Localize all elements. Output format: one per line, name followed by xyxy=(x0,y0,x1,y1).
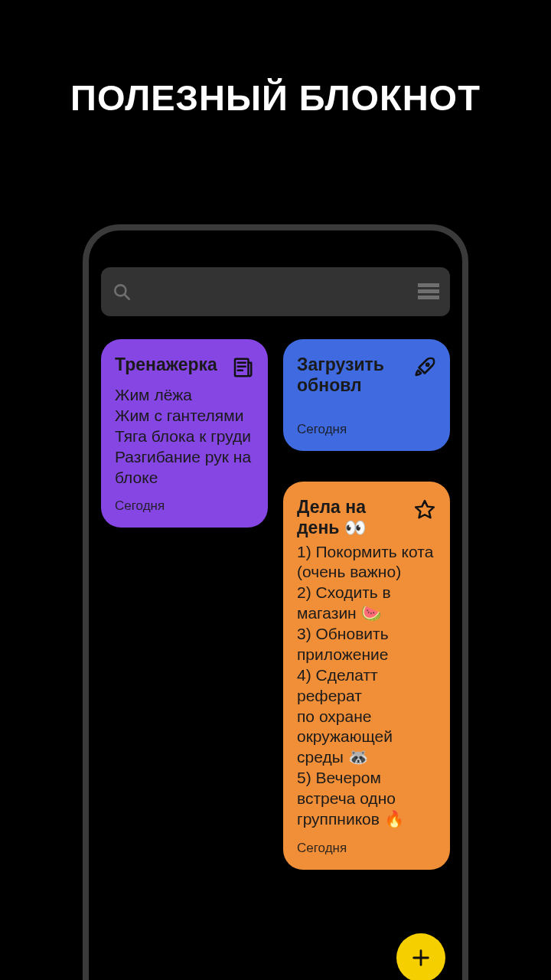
note-card-todo[interactable]: Дела на день 👀 1) Покормить кота (очень … xyxy=(283,482,450,870)
note-card-update[interactable]: Загрузить обновл Сегодня xyxy=(283,339,450,451)
svg-line-1 xyxy=(125,295,129,299)
menu-icon[interactable] xyxy=(418,283,439,300)
note-card-gym[interactable]: Тренажерка Жим лёжа Жим с гантелями Тя xyxy=(101,339,268,528)
plus-icon xyxy=(410,947,432,969)
svg-point-9 xyxy=(426,364,429,366)
note-title: Загрузить обновл xyxy=(297,354,407,396)
search-icon xyxy=(112,282,132,302)
newspaper-icon xyxy=(231,356,254,382)
star-icon xyxy=(413,498,436,524)
note-date: Сегодня xyxy=(115,498,254,514)
note-body: Жим лёжа Жим с гантелями Тяга блока к гр… xyxy=(115,385,254,488)
note-title: Дела на день 👀 xyxy=(297,497,407,538)
add-note-button[interactable] xyxy=(396,933,445,980)
search-bar[interactable] xyxy=(101,267,450,316)
page-headline: ПОЛЕЗНЫЙ БЛОКНОТ xyxy=(0,0,551,119)
phone-frame: Тренажерка Жим лёжа Жим с гантелями Тя xyxy=(83,224,468,980)
note-title: Тренажерка xyxy=(115,354,225,375)
svg-rect-3 xyxy=(418,289,439,293)
rocket-icon xyxy=(413,356,436,382)
svg-rect-2 xyxy=(418,283,439,287)
notes-grid: Тренажерка Жим лёжа Жим с гантелями Тя xyxy=(101,339,450,870)
note-date: Сегодня xyxy=(297,841,436,856)
svg-rect-4 xyxy=(418,296,439,299)
note-date: Сегодня xyxy=(297,422,436,437)
note-body: 1) Покормить кота (очень важно) 2) Сходи… xyxy=(297,542,436,830)
